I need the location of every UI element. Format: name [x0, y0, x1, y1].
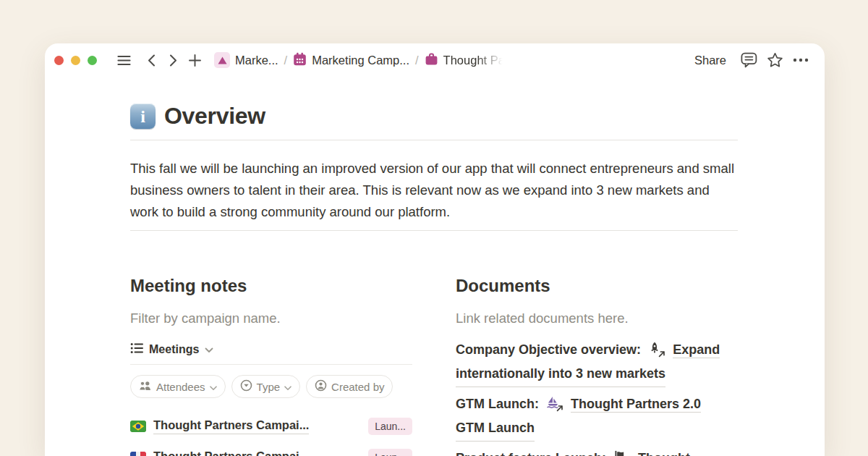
document-link[interactable]: Thought Partners 2.0: [571, 397, 701, 413]
forward-icon[interactable]: [163, 49, 182, 71]
rocket-icon: [648, 342, 663, 356]
chevron-down-icon: [205, 343, 213, 356]
table-row[interactable]: Thought Partners Campai... Laun...: [130, 447, 412, 456]
breadcrumb: Marke... / Marketing Camp... /: [211, 51, 508, 70]
filter-chip-label: Created by: [331, 381, 384, 393]
meeting-notes-caption: Filter by campaign name.: [130, 309, 412, 328]
france-flag-icon: [130, 452, 146, 456]
window-topbar: Marke... / Marketing Camp... /: [45, 43, 825, 77]
more-options-icon[interactable]: [791, 49, 810, 71]
created-by-icon: [315, 379, 327, 394]
document-item: GTM Launch:: [456, 392, 738, 442]
share-button[interactable]: Share: [689, 51, 732, 70]
chevron-down-icon: [284, 381, 292, 393]
divider: [130, 364, 412, 365]
minimize-window-button[interactable]: [71, 56, 80, 65]
chevron-down-icon: [210, 381, 217, 393]
divider: [130, 140, 738, 140]
document-link[interactable]: Thought: [638, 451, 690, 456]
page-title: Overview: [164, 103, 265, 130]
meeting-rows: Thought Partners Campai... Laun...: [130, 415, 412, 456]
database-view-selector[interactable]: Meetings: [130, 342, 412, 358]
calendar-icon: [293, 52, 307, 69]
flag-icon: [613, 450, 629, 456]
info-emoji: i: [130, 104, 156, 129]
breadcrumb-separator: /: [284, 54, 288, 67]
documents-caption: Link related documents here.: [456, 309, 738, 328]
topbar-actions: Share: [689, 49, 810, 71]
row-title: Thought Partners Campai...: [153, 418, 309, 434]
filter-chip-type[interactable]: Type: [231, 375, 301, 398]
document-link[interactable]: Expand: [673, 342, 720, 358]
brazil-flag-icon: [130, 421, 146, 432]
status-tag: Laun...: [368, 418, 412, 435]
two-column-layout: Meeting notes Filter by campaign name. M…: [130, 276, 738, 456]
filter-chip-created-by[interactable]: Created by: [306, 375, 393, 398]
attendees-icon: [139, 381, 152, 393]
document-item: Company Objective overview:: [456, 338, 738, 387]
sidebar-toggle-icon[interactable]: [114, 49, 133, 71]
document-link-continued[interactable]: internationally into 3 new markets: [456, 362, 665, 387]
table-row[interactable]: Thought Partners Campai... Laun...: [130, 415, 412, 437]
meeting-notes-column: Meeting notes Filter by campaign name. M…: [130, 276, 412, 456]
comments-icon[interactable]: [739, 49, 758, 71]
documents-column: Documents Link related documents here. C…: [456, 276, 738, 456]
breadcrumb-label: Marketing Camp...: [312, 54, 409, 67]
document-label: GTM Launch:: [456, 397, 539, 411]
breadcrumb-item-calendar-page[interactable]: Marketing Camp...: [290, 51, 412, 70]
back-icon[interactable]: [142, 49, 161, 71]
breadcrumb-label: Marke...: [235, 54, 278, 67]
page-title-row: i Overview: [130, 103, 738, 130]
intro-paragraph: This fall we will be launching an improv…: [130, 158, 738, 223]
triangle-tile-icon: [214, 52, 230, 68]
page-content: i Overview This fall we will be launchin…: [45, 103, 825, 456]
list-view-icon: [130, 342, 143, 358]
breadcrumb-item-workspace[interactable]: Marke...: [211, 51, 281, 69]
filter-chip-label: Attendees: [156, 381, 205, 393]
favorite-star-icon[interactable]: [765, 49, 784, 71]
traffic-lights: [51, 56, 100, 65]
filter-chip-attendees[interactable]: Attendees: [130, 375, 226, 398]
document-label: Company Objective overview:: [456, 342, 641, 357]
row-title: Thought Partners Campai...: [153, 449, 309, 456]
document-item: Product feature Launch: Thought: [456, 447, 738, 456]
breadcrumb-item-current-page[interactable]: Thought Pa: [422, 51, 508, 70]
divider: [130, 230, 738, 231]
documents-heading: Documents: [456, 276, 738, 296]
notion-app-window: Marke... / Marketing Camp... /: [45, 43, 825, 456]
document-links: Company Objective overview:: [456, 338, 738, 456]
view-name: Meetings: [149, 343, 199, 356]
status-tag: Laun...: [368, 449, 412, 456]
filter-chip-label: Type: [257, 381, 281, 393]
type-icon: [240, 379, 252, 394]
zoom-window-button[interactable]: [88, 56, 97, 65]
breadcrumb-separator: /: [415, 54, 419, 67]
document-label: Product feature Launch:: [456, 451, 606, 456]
sailboat-icon: [546, 396, 561, 410]
close-window-button[interactable]: [54, 56, 64, 65]
breadcrumb-label: Thought Pa: [443, 54, 505, 67]
meeting-notes-heading: Meeting notes: [130, 276, 412, 296]
new-page-icon[interactable]: [185, 49, 204, 71]
document-link-continued[interactable]: GTM Launch: [456, 416, 535, 442]
filter-chips: Attendees Type: [130, 375, 412, 398]
briefcase-icon: [425, 52, 438, 69]
